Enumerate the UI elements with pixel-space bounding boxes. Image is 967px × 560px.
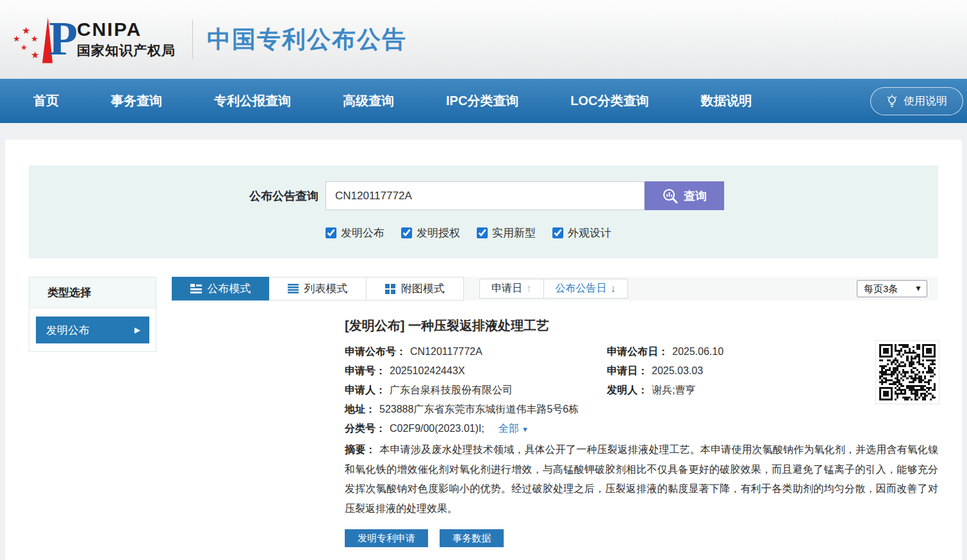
nav-item-transaction-search[interactable]: 事务查询 <box>111 92 162 110</box>
patent-title: [发明公布] 一种压裂返排液处理工艺 <box>345 317 938 334</box>
cnipa-logo-icon: ★ ★ ★ ★ ★ P <box>12 12 70 67</box>
checkbox-design[interactable] <box>552 227 563 238</box>
sidebar-item-invention-publication[interactable]: 发明公布 ▶ <box>36 317 149 343</box>
filter-invention-grant[interactable]: 发明授权 <box>401 226 460 240</box>
filter-invention-publication[interactable]: 发明公布 <box>326 226 384 240</box>
arrow-up-icon: ↑ <box>526 283 532 295</box>
tab-list-mode[interactable]: 列表模式 <box>269 277 367 301</box>
nav-item-gazette-search[interactable]: 专利公报查询 <box>214 92 291 110</box>
results-toolbar: 公布模式 列表模式 <box>172 277 938 301</box>
checkbox-invention-publication[interactable] <box>326 227 336 238</box>
field-application-number: 申请号： 202510242443X <box>345 361 607 381</box>
announcement-search-panel: 公布公告查询 查询 发明公布 发明授权 <box>29 165 938 258</box>
invention-application-button[interactable]: 发明专利申请 <box>345 529 428 547</box>
tab-publication-mode[interactable]: 公布模式 <box>172 277 269 301</box>
usage-help-button[interactable]: 使用说明 <box>870 87 963 115</box>
nav-item-data-description[interactable]: 数据说明 <box>701 92 752 110</box>
checkbox-invention-grant[interactable] <box>401 227 412 238</box>
logo-org-name: 国家知识产权局 <box>77 42 176 60</box>
checkbox-utility-model[interactable] <box>477 227 488 238</box>
field-publication-number: 申请公布号： CN120117772A <box>345 342 607 361</box>
arrow-down-icon: ↓ <box>611 283 616 295</box>
list-view-icon <box>288 284 299 293</box>
nav-item-home[interactable]: 首页 <box>33 92 59 110</box>
page-size-select-wrap: 每页3条 ▼ <box>857 280 927 297</box>
patent-type-filters: 发明公布 发明授权 实用新型 外观设计 <box>326 226 938 240</box>
magnifier-chart-icon <box>662 188 679 204</box>
nav-item-ipc-search[interactable]: IPC分类查询 <box>446 92 518 110</box>
header-divider <box>192 20 193 60</box>
field-applicant: 申请人： 广东台泉科技股份有限公司 <box>345 381 607 400</box>
patent-result-item: [发明公布] 一种压裂返排液处理工艺 申请公布号： CN120117772A 申… <box>172 301 938 560</box>
type-sidebar: 类型选择 发明公布 ▶ <box>29 277 156 352</box>
site-title: 中国专利公布公告 <box>207 24 407 56</box>
grid-view-icon <box>385 284 395 294</box>
page-size-select[interactable]: 每页3条 <box>857 280 927 297</box>
search-button-label: 查询 <box>684 188 707 204</box>
tab-figure-mode[interactable]: 附图模式 <box>367 277 464 301</box>
transaction-data-button[interactable]: 事务数据 <box>440 529 504 547</box>
filter-utility-model[interactable]: 实用新型 <box>477 226 536 240</box>
sort-by-publication-date[interactable]: 公布公告日 ↓ <box>543 279 628 298</box>
qr-code <box>875 340 939 404</box>
result-actions: 发明专利申请 事务数据 <box>345 529 938 547</box>
nav-item-loc-search[interactable]: LOC分类查询 <box>570 92 649 110</box>
field-address: 地址： 523888广东省东莞市东城街道伟丰路5号6栋 <box>345 400 938 419</box>
detail-view-icon <box>190 284 202 293</box>
search-button[interactable]: 查询 <box>645 181 724 210</box>
nav-item-advanced-search[interactable]: 高级查询 <box>343 92 394 110</box>
sort-by-application-date[interactable]: 申请日 ↑ <box>480 279 543 298</box>
patent-abstract: 摘要：本申请涉及废水处理技术领域，具体公开了一种压裂返排液处理工艺。本申请使用次… <box>345 440 938 518</box>
sidebar-title: 类型选择 <box>29 277 156 308</box>
chevron-down-icon: ▼ <box>522 425 529 433</box>
field-classification: 分类号： C02F9/00(2023.01)I; 全部 ▼ <box>345 419 938 438</box>
sort-controls: 申请日 ↑ 公布公告日 ↓ <box>479 279 628 299</box>
cnipa-logo: ★ ★ ★ ★ ★ P CNIPA 国家知识产权局 <box>12 12 176 67</box>
logo-acronym: CNIPA <box>77 19 176 40</box>
patent-fields: 申请公布号： CN120117772A 申请公布日： 2025.06.10 申请… <box>345 342 938 400</box>
lightbulb-icon <box>886 94 898 108</box>
page-header: ★ ★ ★ ★ ★ P CNIPA 国家知识产权局 中国专利公布公告 <box>0 0 967 79</box>
search-input[interactable] <box>326 181 645 210</box>
usage-help-label: 使用说明 <box>904 94 947 108</box>
filter-design[interactable]: 外观设计 <box>552 226 611 240</box>
content-card: 公布公告查询 查询 发明公布 发明授权 <box>5 140 962 560</box>
main-nav: 首页 事务查询 专利公报查询 高级查询 IPC分类查询 LOC分类查询 数据说明… <box>0 79 967 123</box>
classification-expand-link[interactable]: 全部 ▼ <box>499 422 529 436</box>
search-label: 公布公告查询 <box>29 188 326 204</box>
spacer-band <box>0 123 967 140</box>
chevron-right-icon: ▶ <box>135 325 140 334</box>
